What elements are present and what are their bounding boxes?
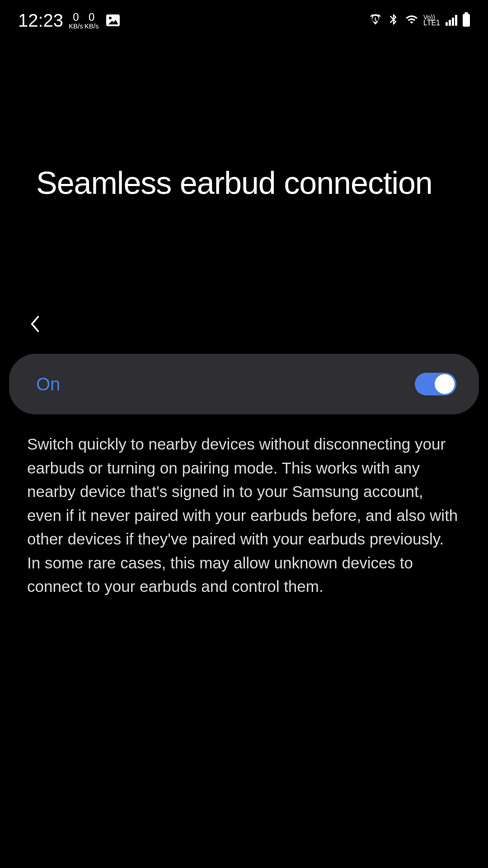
toggle-knob <box>435 374 455 394</box>
upload-speed-unit: KB/s <box>84 23 99 29</box>
upload-speed-value: 0 <box>89 12 94 23</box>
setting-description: Switch quickly to nearby devices without… <box>0 414 488 617</box>
status-bar-right: Vo)) LTE1 <box>369 13 470 28</box>
download-speed-indicator: 0 KB/s <box>69 12 83 29</box>
upload-speed-indicator: 0 KB/s <box>84 12 99 29</box>
status-time: 12:23 <box>18 10 63 31</box>
alarm-icon <box>369 13 382 28</box>
toggle-label: On <box>36 374 60 394</box>
master-toggle-row[interactable]: On <box>9 354 479 414</box>
bluetooth-icon <box>387 13 400 28</box>
chevron-left-icon <box>27 314 43 334</box>
status-bar-left: 12:23 0 KB/s 0 KB/s <box>18 10 120 31</box>
network-speed-indicators: 0 KB/s 0 KB/s <box>69 12 99 29</box>
page-title: Seamless earbud connection <box>36 165 452 201</box>
lte-label: LTE1 <box>423 20 440 26</box>
download-speed-value: 0 <box>73 12 79 23</box>
toggle-switch[interactable] <box>415 373 456 395</box>
download-speed-unit: KB/s <box>69 23 83 29</box>
battery-icon <box>463 14 470 27</box>
status-bar: 12:23 0 KB/s 0 KB/s Vo)) LTE1 <box>0 0 488 36</box>
navigation-bar <box>0 201 488 354</box>
page-header: Seamless earbud connection <box>0 36 488 201</box>
network-type-indicator: Vo)) LTE1 <box>423 14 440 27</box>
wifi-icon <box>405 13 418 28</box>
picture-icon <box>106 14 120 26</box>
signal-strength-icon <box>446 15 457 26</box>
back-button[interactable] <box>27 314 461 336</box>
